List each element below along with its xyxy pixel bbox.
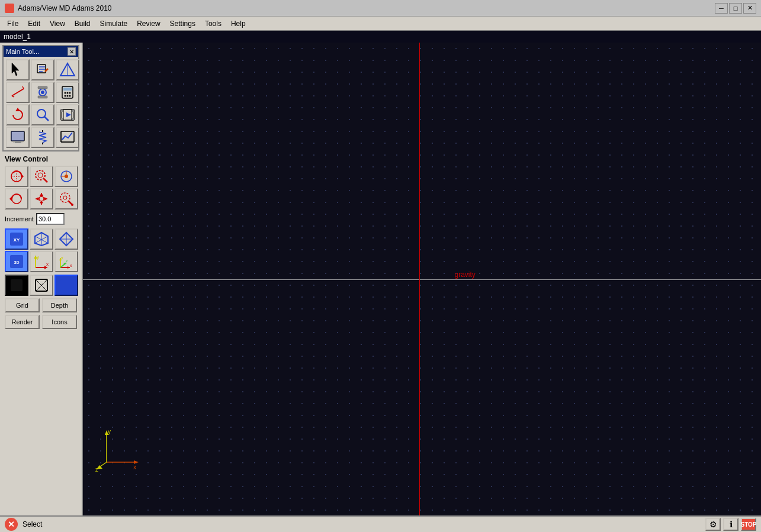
toolbar-close-button[interactable]: ✕ (68, 47, 76, 56)
display-wireframe-button[interactable] (30, 275, 53, 296)
view-rotate-button[interactable] (5, 166, 28, 187)
svg-point-22 (67, 95, 69, 97)
right-view-icon (58, 231, 75, 247)
view-3d-button[interactable]: 3D (5, 251, 28, 272)
depth-button[interactable]: Depth (42, 298, 77, 312)
svg-text:x: x (133, 464, 136, 470)
svg-point-49 (38, 173, 43, 178)
main-toolbar-window: Main Tool... ✕ (2, 45, 79, 151)
svg-line-10 (12, 96, 14, 97)
menu-build[interactable]: Build (70, 18, 95, 29)
svg-line-11 (23, 86, 24, 89)
svg-rect-28 (61, 109, 63, 112)
svg-point-69 (71, 204, 73, 206)
view-preset-grid: XY (2, 227, 79, 273)
svg-point-57 (39, 196, 44, 201)
view-pan-button[interactable] (30, 188, 53, 209)
coordinate-axis: y z x (95, 427, 142, 474)
view-rotate-icon (8, 168, 25, 185)
display-shaded-button[interactable] (54, 275, 78, 296)
view-zoom-box-button[interactable] (54, 188, 78, 209)
status-indicator-icon: ✕ (5, 518, 18, 531)
minimize-button[interactable]: ─ (715, 3, 728, 14)
svg-rect-38 (13, 143, 23, 143)
xy-icon: x y (33, 253, 50, 270)
tool-grid-row1 (4, 57, 78, 150)
display-solid-button[interactable] (5, 275, 28, 296)
stop-button[interactable]: STOP (741, 518, 756, 531)
film-icon (59, 107, 76, 123)
chart-tool-button[interactable] (56, 127, 79, 148)
svg-text:3D: 3D (14, 260, 20, 265)
view-front-button[interactable]: XY (5, 228, 28, 250)
view-spin-button[interactable] (5, 188, 28, 209)
triangle-icon (59, 62, 76, 78)
display-tool-button[interactable] (6, 127, 30, 148)
view-zoom-in-button[interactable] (30, 166, 53, 187)
constraint-tool-button[interactable] (31, 82, 54, 103)
menu-simulate[interactable]: Simulate (95, 18, 133, 29)
increment-label: Increment (5, 215, 34, 223)
calculator-icon (59, 84, 76, 101)
display-icon (9, 129, 26, 146)
info-status-button[interactable]: ℹ (723, 518, 738, 531)
zoom-tool-button[interactable] (31, 104, 54, 125)
gear-status-button[interactable]: ⚙ (705, 518, 721, 531)
calculator-tool-button[interactable] (56, 82, 79, 103)
shaded-icon (58, 277, 75, 294)
magnify-icon (34, 107, 51, 123)
render-icons-row: Render Icons (2, 314, 79, 330)
svg-line-50 (44, 179, 47, 182)
menu-bar: File Edit View Build Simulate Review Set… (0, 17, 761, 31)
pencil-icon (34, 62, 51, 78)
canvas-area[interactable]: gravity y z x (83, 43, 761, 515)
menu-review[interactable]: Review (132, 18, 165, 29)
rotate-icon (9, 107, 26, 123)
look-at-icon (58, 168, 75, 185)
toolbar-panel: Main Tool... ✕ (0, 43, 83, 515)
render-button[interactable]: Render (5, 315, 40, 329)
view-xyz-button[interactable]: x y z (54, 251, 78, 272)
animate-tool-button[interactable] (56, 104, 79, 125)
stop-label: STOP (740, 521, 756, 528)
menu-tools[interactable]: Tools (200, 18, 226, 29)
icons-button[interactable]: Icons (42, 315, 77, 329)
view-look-button[interactable] (54, 166, 78, 187)
spring-tool-button[interactable] (31, 127, 54, 148)
measure-tool-button[interactable] (6, 82, 30, 103)
svg-text:z: z (95, 466, 98, 473)
grid-button[interactable]: Grid (5, 298, 40, 312)
menu-help[interactable]: Help (226, 18, 251, 29)
menu-view[interactable]: View (45, 18, 70, 29)
maximize-button[interactable]: □ (729, 3, 742, 14)
svg-line-26 (44, 117, 49, 121)
svg-rect-29 (72, 109, 74, 112)
select-tool-button[interactable] (6, 59, 30, 80)
svg-marker-34 (66, 112, 71, 117)
view-right-button[interactable] (54, 228, 78, 250)
svg-text:y: y (37, 254, 39, 260)
increment-input[interactable] (36, 213, 65, 225)
menu-settings[interactable]: Settings (165, 18, 200, 29)
svg-rect-36 (11, 131, 24, 141)
view-iso-button[interactable] (30, 228, 53, 250)
close-button[interactable]: ✕ (743, 3, 756, 14)
svg-rect-96 (11, 279, 23, 291)
front-view-icon: XY (8, 231, 25, 247)
svg-text:z: z (66, 259, 68, 263)
svg-point-23 (69, 95, 71, 97)
zoom-box-icon (58, 191, 75, 207)
pencil-tool-button[interactable] (31, 59, 54, 80)
svg-point-67 (63, 196, 67, 199)
menu-file[interactable]: File (2, 18, 23, 29)
view-xy-button[interactable]: x y (30, 251, 53, 272)
title-controls: ─ □ ✕ (715, 3, 756, 14)
vertical-crosshair (419, 43, 420, 515)
svg-point-21 (65, 95, 66, 97)
rotate-tool-button[interactable] (6, 104, 30, 125)
svg-point-18 (65, 92, 66, 94)
geometry-tool-button[interactable] (56, 59, 79, 80)
menu-edit[interactable]: Edit (23, 18, 45, 29)
status-right-controls: ⚙ ℹ STOP (705, 518, 756, 531)
spin-icon (8, 191, 25, 207)
